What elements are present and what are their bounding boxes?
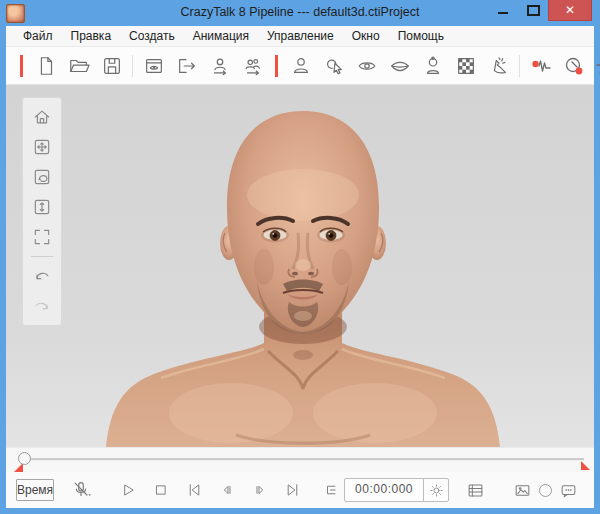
menu-window[interactable]: Окно xyxy=(343,27,389,45)
playhead-knob[interactable] xyxy=(18,452,31,465)
record-options-button[interactable] xyxy=(68,477,93,503)
fit-view-button[interactable] xyxy=(27,222,57,251)
stop-icon xyxy=(152,481,170,499)
frame-mode-icon xyxy=(323,481,341,499)
timeline-track[interactable] xyxy=(30,458,584,461)
viewport-tool-panel xyxy=(22,97,62,326)
checkerboard-icon xyxy=(455,55,477,77)
stop-button[interactable] xyxy=(148,477,173,503)
step-forward-button[interactable] xyxy=(247,477,272,503)
face-puppet-button[interactable] xyxy=(557,51,590,81)
background-button[interactable] xyxy=(449,51,482,81)
home-icon xyxy=(32,107,52,127)
minimize-icon xyxy=(498,12,508,14)
eyes-button[interactable] xyxy=(350,51,383,81)
actor-model[interactable] xyxy=(6,85,594,447)
step-backward-button[interactable] xyxy=(214,477,239,503)
fit-screen-icon xyxy=(32,227,52,247)
play-icon xyxy=(119,481,137,499)
rotate-tool-button[interactable] xyxy=(27,162,57,191)
client-area: Файл Правка Создать Анимация Управление … xyxy=(6,26,594,508)
play-button[interactable] xyxy=(115,477,140,503)
maximize-button[interactable] xyxy=(518,0,548,19)
new-project-button[interactable] xyxy=(29,51,62,81)
close-icon: ✕ xyxy=(565,3,575,17)
maximize-icon xyxy=(527,5,540,16)
actor-button[interactable] xyxy=(284,51,317,81)
time-display-group: 00:00:000 xyxy=(344,478,449,502)
caption-bubble-icon xyxy=(559,481,578,500)
track-list-icon xyxy=(466,481,485,500)
move-icon xyxy=(32,137,52,157)
redo-button[interactable] xyxy=(27,292,57,321)
mouth-button[interactable] xyxy=(383,51,416,81)
image-icon xyxy=(513,481,532,500)
menu-edit[interactable]: Правка xyxy=(62,27,121,45)
atmosphere-light-button[interactable] xyxy=(482,51,515,81)
time-settings-button[interactable] xyxy=(423,479,448,501)
step-back-icon xyxy=(218,481,236,499)
menu-file[interactable]: Файл xyxy=(14,27,62,45)
close-button[interactable]: ✕ xyxy=(548,0,592,21)
open-folder-icon xyxy=(68,55,90,77)
time-display[interactable]: 00:00:000 xyxy=(345,479,423,501)
select-button[interactable] xyxy=(317,51,350,81)
redo-icon xyxy=(32,297,52,317)
rotate-icon xyxy=(32,167,52,187)
title-bar: CrazyTalk 8 Pipeline --- default3d.ctiPr… xyxy=(0,0,600,26)
move-tool-button[interactable] xyxy=(27,132,57,161)
head-button[interactable] xyxy=(416,51,449,81)
image-opacity-knob[interactable] xyxy=(539,484,552,497)
import-actor-icon xyxy=(209,55,231,77)
menu-create[interactable]: Создать xyxy=(120,27,184,45)
image-opacity-low-button[interactable] xyxy=(510,477,535,503)
range-end-marker[interactable] xyxy=(581,461,590,470)
frame-time-toggle-button[interactable] xyxy=(319,477,344,503)
save-project-button[interactable] xyxy=(95,51,128,81)
home-view-button[interactable] xyxy=(27,102,57,131)
microphone-muted-icon xyxy=(70,479,92,501)
auto-motion-icon: AUTO xyxy=(594,54,600,78)
go-to-end-button[interactable] xyxy=(280,477,305,503)
face-edit-icon xyxy=(562,54,586,78)
actor-icon xyxy=(290,55,312,77)
time-mode-button[interactable]: Время xyxy=(16,479,54,501)
skip-end-icon xyxy=(284,481,302,499)
menu-manage[interactable]: Управление xyxy=(258,27,343,45)
head-bust-icon xyxy=(422,55,444,77)
app-window: CrazyTalk 8 Pipeline --- default3d.ctiPr… xyxy=(0,0,600,514)
undo-button[interactable] xyxy=(27,262,57,291)
export-icon xyxy=(176,55,198,77)
import-actor-group-button[interactable] xyxy=(236,51,269,81)
timeline-slider-row xyxy=(6,447,594,472)
menu-help[interactable]: Помощь xyxy=(389,27,453,45)
track-list-button[interactable] xyxy=(463,477,488,503)
go-to-start-button[interactable] xyxy=(181,477,206,503)
toolbar-divider xyxy=(519,55,520,77)
skip-start-icon xyxy=(185,481,203,499)
menu-bar: Файл Правка Создать Анимация Управление … xyxy=(6,26,594,47)
gear-icon xyxy=(429,483,444,498)
viewport-3d[interactable] xyxy=(6,85,594,447)
auto-motion-button[interactable]: AUTO xyxy=(590,51,600,81)
main-toolbar: AUTO xyxy=(6,47,594,85)
import-actor-button[interactable] xyxy=(203,51,236,81)
caption-button[interactable] xyxy=(556,477,581,503)
select-cursor-icon xyxy=(323,55,345,77)
preview-window-icon xyxy=(143,55,165,77)
menu-animation[interactable]: Анимация xyxy=(184,27,258,45)
minimize-button[interactable] xyxy=(488,0,518,19)
light-lamp-icon xyxy=(488,55,510,77)
open-project-button[interactable] xyxy=(62,51,95,81)
record-voice-button[interactable] xyxy=(524,51,557,81)
playback-control-bar: Время xyxy=(6,472,594,508)
lips-icon xyxy=(389,55,411,77)
preview-button[interactable] xyxy=(137,51,170,81)
vertical-resize-icon xyxy=(32,197,52,217)
export-button[interactable] xyxy=(170,51,203,81)
step-forward-icon xyxy=(251,481,269,499)
new-document-icon xyxy=(35,55,57,77)
scale-vertical-tool-button[interactable] xyxy=(27,192,57,221)
eye-icon xyxy=(356,55,378,77)
tool-panel-divider xyxy=(31,256,53,257)
